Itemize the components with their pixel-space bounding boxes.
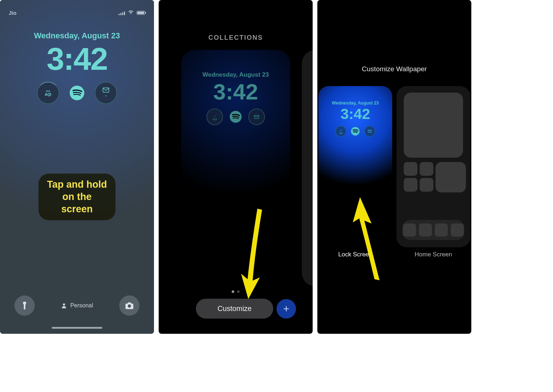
signal-icon bbox=[119, 11, 125, 15]
focus-label: Personal bbox=[70, 302, 93, 309]
status-bar: Jio bbox=[0, 9, 154, 16]
spotify-widget bbox=[227, 108, 244, 125]
aqi-widget: --AQI bbox=[335, 126, 346, 137]
lockscreen-widgets[interactable]: -- AQI - bbox=[0, 82, 154, 104]
dock-icon bbox=[419, 223, 432, 237]
lockscreen-bottom-row: Personal bbox=[0, 295, 154, 316]
app-icon bbox=[404, 162, 417, 176]
aqi-label: AQI bbox=[45, 93, 51, 97]
lockscreen-date[interactable]: Wednesday, August 23 bbox=[0, 31, 154, 41]
customize-button[interactable]: Customize bbox=[196, 299, 273, 319]
mail-icon bbox=[368, 130, 372, 133]
camera-button[interactable] bbox=[119, 295, 140, 316]
lockscreen-label: Lock Screen bbox=[318, 251, 392, 258]
svg-point-3 bbox=[128, 304, 131, 308]
customize-title: Customize Wallpaper bbox=[317, 65, 471, 73]
lock-preview-date: Wednesday, August 23 bbox=[318, 101, 392, 106]
wifi-icon bbox=[128, 9, 134, 16]
lock-preview-widgets: --AQI bbox=[318, 126, 392, 137]
spotify-widget bbox=[350, 126, 361, 137]
callout-annotation: Tap and holdon the screen bbox=[39, 174, 116, 220]
svg-point-4 bbox=[230, 111, 242, 123]
aqi-widget: --AQI bbox=[206, 108, 223, 125]
svg-point-2 bbox=[63, 303, 65, 306]
homescreen-label: Home Screen bbox=[396, 251, 470, 258]
panel-collections: COLLECTIONS Wednesday, August 23 3:42 --… bbox=[159, 0, 313, 334]
collections-heading: COLLECTIONS bbox=[159, 34, 313, 42]
app-icon bbox=[420, 162, 433, 176]
home-indicator[interactable] bbox=[52, 327, 102, 329]
home-dock bbox=[402, 220, 464, 240]
homescreen-preview[interactable] bbox=[396, 86, 470, 247]
panel-lockscreen: Jio Wednesday, August 23 3:42 -- AQI - T… bbox=[0, 0, 154, 334]
dock-icon bbox=[403, 223, 416, 237]
spotify-icon bbox=[69, 85, 85, 101]
spotify-icon bbox=[229, 110, 242, 123]
status-indicators bbox=[119, 9, 145, 16]
preview-time: 3:42 bbox=[159, 79, 313, 105]
person-icon bbox=[61, 302, 67, 309]
app-icon bbox=[420, 178, 433, 192]
lockscreen-time[interactable]: 3:42 bbox=[0, 41, 154, 77]
mail-widget[interactable]: - bbox=[95, 82, 117, 104]
carrier-label: Jio bbox=[9, 10, 17, 16]
aqi-widget[interactable]: -- AQI bbox=[37, 82, 59, 104]
mail-icon bbox=[103, 88, 109, 93]
preview-widgets: --AQI bbox=[159, 108, 313, 125]
mail-icon bbox=[254, 115, 259, 119]
mail-widget bbox=[248, 108, 265, 125]
flashlight-icon bbox=[20, 301, 29, 310]
spotify-icon bbox=[351, 127, 360, 136]
spotify-widget[interactable] bbox=[66, 82, 88, 104]
home-medium-widget bbox=[436, 162, 466, 192]
app-icon bbox=[404, 178, 417, 192]
dock-icon bbox=[435, 223, 448, 237]
focus-indicator[interactable]: Personal bbox=[61, 302, 93, 309]
panel-customize-wallpaper: Customize Wallpaper Wednesday, August 23… bbox=[317, 0, 471, 334]
dot-2[interactable] bbox=[237, 290, 240, 293]
add-wallpaper-button[interactable]: + bbox=[276, 299, 296, 319]
svg-point-6 bbox=[351, 127, 360, 136]
lock-preview-time: 3:42 bbox=[318, 106, 392, 123]
preview-date: Wednesday, August 23 bbox=[159, 71, 313, 78]
home-icon-row bbox=[404, 162, 466, 192]
camera-icon bbox=[125, 301, 134, 310]
pagination-dots[interactable] bbox=[159, 290, 313, 293]
mail-widget bbox=[364, 126, 375, 137]
svg-point-0 bbox=[70, 86, 84, 100]
battery-icon bbox=[137, 11, 145, 15]
home-large-widget bbox=[404, 93, 463, 158]
dock-icon bbox=[451, 223, 464, 237]
dot-1[interactable] bbox=[232, 290, 234, 293]
flashlight-button[interactable] bbox=[14, 295, 35, 316]
